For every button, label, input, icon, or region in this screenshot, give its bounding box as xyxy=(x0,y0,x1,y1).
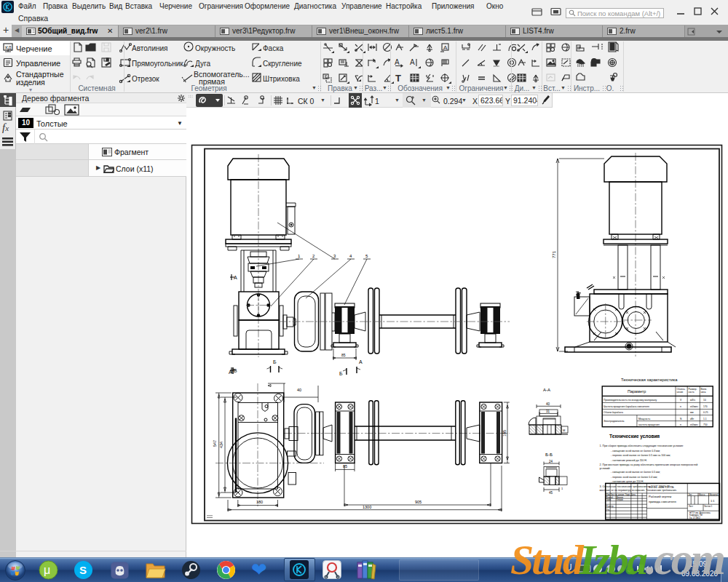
svg-text:Мощность: Мощность xyxy=(638,418,651,420)
svg-text:Б: Б xyxy=(339,371,343,376)
svg-text:частота вращения: частота вращения xyxy=(638,423,660,426)
svg-text:Петров: Петров xyxy=(617,498,624,501)
svg-text:μ: μ xyxy=(44,564,50,576)
svg-text:чина: чина xyxy=(701,391,706,394)
svg-text:170: 170 xyxy=(703,405,708,408)
svg-text:V: V xyxy=(680,399,682,402)
svg-text:М: М xyxy=(563,428,565,432)
svg-text:чение: чение xyxy=(677,391,684,394)
svg-text:1:1: 1:1 xyxy=(711,499,715,503)
svg-text:40: 40 xyxy=(546,402,550,406)
svg-text:Пров.: Пров. xyxy=(606,498,612,501)
svg-text:А: А xyxy=(395,58,400,66)
svg-text:А-А: А-А xyxy=(543,388,550,392)
svg-text:180: 180 xyxy=(256,500,263,504)
svg-text:Гр. 17-МСГ: Гр. 17-МСГ xyxy=(689,517,701,519)
svg-text:2. При монтаже привода на раму: 2. При монтаже привода на раму обеспечит… xyxy=(600,463,698,466)
svg-text:1: 1 xyxy=(561,487,563,490)
svg-text:Б: Б xyxy=(273,359,277,364)
svg-text:А: А xyxy=(359,359,363,364)
svg-text:условий:: условий: xyxy=(600,467,611,470)
svg-text:Технические условия: Технические условия xyxy=(609,434,660,439)
svg-text:Техническая характеристика: Техническая характеристика xyxy=(621,378,678,382)
svg-text:1300: 1300 xyxy=(363,505,371,509)
svg-text:31: 31 xyxy=(546,410,550,413)
svg-text:Ф4 01.-02Б ТХ ПБ: Ф4 01.-02Б ТХ ПБ xyxy=(649,485,674,489)
svg-text:905: 905 xyxy=(415,500,422,504)
svg-text:об/мин: об/мин xyxy=(690,423,698,426)
svg-text:0.25: 0.25 xyxy=(703,411,708,414)
svg-text:Лист: Лист xyxy=(689,505,694,508)
svg-text:85: 85 xyxy=(343,464,347,469)
svg-text:1.1: 1.1 xyxy=(703,418,707,420)
svg-text:- смещение осей валов не более: - смещение осей валов не более 0.3 мм; xyxy=(611,450,660,453)
svg-text:Параметр: Параметр xyxy=(628,389,646,394)
svg-text:ность: ность xyxy=(689,391,695,394)
svg-text:кВт: кВт xyxy=(690,418,695,420)
svg-text:10: 10 xyxy=(703,399,706,402)
svg-text:Производительность по исходном: Производительность по исходному материал… xyxy=(604,399,657,402)
svg-text:Объем барабана: Объем барабана xyxy=(604,411,623,414)
svg-text:- перекос осей валов не более: - перекос осей валов не более 0.5 мм на … xyxy=(611,454,670,457)
svg-text:об/мин: об/мин xyxy=(690,405,698,408)
svg-text:- перекос осей валов не более: - перекос осей валов не более 0.4 мм; xyxy=(611,476,657,479)
svg-text:Утв.: Утв. xyxy=(606,509,611,511)
svg-text:- смещение осей валов не более: - смещение осей валов не более 0.5 мм; xyxy=(611,471,660,474)
svg-text:привода смесителя: привода смесителя xyxy=(649,500,676,503)
svg-text:Масса: Масса xyxy=(699,493,705,496)
svg-text:S: S xyxy=(79,564,87,576)
svg-text:24: 24 xyxy=(549,460,553,463)
svg-text:А: А xyxy=(410,58,415,66)
svg-text:А: А xyxy=(229,370,232,375)
svg-text:Листов 1: Листов 1 xyxy=(704,505,713,508)
svg-text:КД: КД xyxy=(5,45,12,51)
svg-text:1. При сборке привода обеспечи: 1. При сборке привода обеспечить следующ… xyxy=(600,445,684,447)
svg-text:45: 45 xyxy=(549,491,553,495)
svg-text:195: 195 xyxy=(502,430,507,436)
svg-text:Б-Б: Б-Б xyxy=(545,453,553,457)
svg-text:- натяжение цепи до 110 Н.: - натяжение цепи до 110 Н. xyxy=(611,480,644,483)
svg-text:м3/ч: м3/ч xyxy=(690,399,695,402)
svg-text:Рабочий чертеж: Рабочий чертеж xyxy=(649,495,672,498)
svg-text:N: N xyxy=(680,418,682,420)
svg-text:- натяжение ремней до 110 Н.: - натяжение ремней до 110 Н. xyxy=(611,459,647,462)
svg-text:Масштаб: Масштаб xyxy=(710,493,719,496)
svg-text:434: 434 xyxy=(219,442,223,448)
svg-text:Н.контр.: Н.контр. xyxy=(606,505,614,508)
svg-text:A: A xyxy=(443,44,448,51)
svg-text:n: n xyxy=(680,405,681,408)
svg-text:750: 750 xyxy=(703,423,708,426)
svg-text:Лит.: Лит. xyxy=(689,493,692,496)
svg-text:мм: мм xyxy=(690,411,694,414)
svg-text:n: n xyxy=(680,423,681,426)
svg-text:40: 40 xyxy=(297,388,301,392)
svg-text:T: T xyxy=(395,73,401,84)
svg-text:Электродвигатель: Электродвигатель xyxy=(604,420,625,423)
svg-text:547: 547 xyxy=(213,440,217,447)
svg-text:монтаже не по периметру основа: монтаже не по периметру основания. Техни… xyxy=(600,489,677,492)
svg-text:Частота вращения барабана смес: Частота вращения барабана смесителя xyxy=(604,405,649,408)
